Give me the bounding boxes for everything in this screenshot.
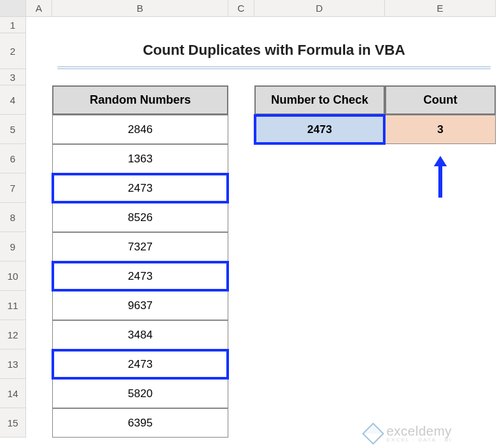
count-header[interactable]: Count (385, 85, 496, 115)
number-to-check-cell[interactable]: 2473 (254, 115, 385, 144)
col-header-D[interactable]: D (254, 0, 385, 17)
col-header-B[interactable]: B (52, 0, 228, 17)
row-header-3[interactable]: 3 (0, 69, 26, 85)
page-title: Count Duplicates with Formula in VBA (57, 33, 491, 69)
arrow-annotation-container (385, 144, 496, 203)
row-header-7[interactable]: 7 (0, 173, 26, 203)
random-numbers-header[interactable]: Random Numbers (52, 85, 228, 115)
arrow-up-icon (433, 156, 448, 198)
random-value-cell[interactable]: 9637 (52, 291, 228, 320)
count-result-cell[interactable]: 3 (385, 115, 496, 144)
row-header-4[interactable]: 4 (0, 85, 26, 115)
number-to-check-header[interactable]: Number to Check (254, 85, 385, 115)
select-all-corner[interactable] (0, 0, 26, 17)
random-value-cell[interactable]: 7327 (52, 232, 228, 261)
random-value-cell[interactable]: 2473 (52, 350, 228, 379)
row-header-5[interactable]: 5 (0, 115, 26, 144)
svg-marker-0 (434, 156, 447, 198)
row-header-8[interactable]: 8 (0, 203, 26, 232)
random-value-cell[interactable]: 5820 (52, 379, 228, 408)
random-value-cell[interactable]: 3484 (52, 320, 228, 350)
row-header-11[interactable]: 11 (0, 291, 26, 320)
row-header-15[interactable]: 15 (0, 408, 26, 438)
watermark-brand: exceldemy (386, 425, 452, 438)
row-header-13[interactable]: 13 (0, 350, 26, 379)
row-header-10[interactable]: 10 (0, 261, 26, 291)
row-header-2[interactable]: 2 (0, 33, 26, 69)
row-header-14[interactable]: 14 (0, 379, 26, 408)
random-value-cell[interactable]: 6395 (52, 408, 228, 438)
col-header-C[interactable]: C (228, 0, 254, 17)
random-value-cell[interactable]: 2473 (52, 261, 228, 291)
row-header-6[interactable]: 6 (0, 144, 26, 173)
row-header-12[interactable]: 12 (0, 320, 26, 350)
watermark-sub: EXCEL · DATA · BI (386, 438, 452, 443)
row-header-9[interactable]: 9 (0, 232, 26, 261)
random-value-cell[interactable]: 8526 (52, 203, 228, 232)
col-header-A[interactable]: A (26, 0, 52, 17)
random-value-cell[interactable]: 2473 (52, 173, 228, 203)
col-header-E[interactable]: E (385, 0, 496, 17)
watermark-logo: exceldemy EXCEL · DATA · BI (365, 425, 452, 443)
random-value-cell[interactable]: 1363 (52, 144, 228, 173)
row-header-1[interactable]: 1 (0, 17, 26, 33)
random-value-cell[interactable]: 2846 (52, 115, 228, 144)
exceldemy-icon (362, 423, 384, 445)
